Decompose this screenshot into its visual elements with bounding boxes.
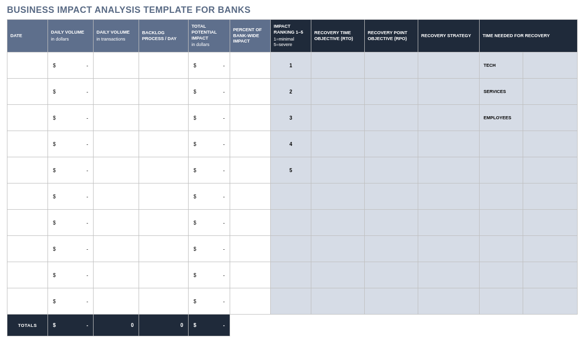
cell-total-potential-impact[interactable]: $-	[189, 157, 230, 183]
cell-percent-bankwide[interactable]	[230, 52, 271, 79]
cell-backlog[interactable]	[139, 236, 189, 262]
cell-recovery-strategy[interactable]	[418, 105, 480, 131]
cell-daily-volume-transactions[interactable]	[94, 157, 139, 183]
cell-time-needed-value[interactable]	[523, 262, 578, 288]
cell-impact-ranking[interactable]	[271, 210, 311, 236]
cell-daily-volume-dollars[interactable]: $-	[48, 183, 94, 210]
cell-daily-volume-dollars[interactable]: $-	[48, 105, 94, 131]
cell-rto[interactable]	[311, 183, 365, 210]
cell-impact-ranking[interactable]: 4	[271, 131, 311, 157]
cell-total-potential-impact[interactable]: $-	[189, 105, 230, 131]
cell-date[interactable]	[7, 210, 48, 236]
cell-recovery-strategy[interactable]	[418, 262, 480, 288]
cell-impact-ranking[interactable]	[271, 262, 311, 288]
cell-time-needed-value[interactable]	[523, 288, 578, 315]
cell-rpo[interactable]	[365, 105, 418, 131]
cell-time-needed-label[interactable]	[480, 262, 523, 288]
cell-total-potential-impact[interactable]: $-	[189, 262, 230, 288]
cell-recovery-strategy[interactable]	[418, 52, 480, 79]
cell-daily-volume-dollars[interactable]: $-	[48, 236, 94, 262]
cell-backlog[interactable]	[139, 183, 189, 210]
cell-rto[interactable]	[311, 79, 365, 105]
cell-total-potential-impact[interactable]: $-	[189, 131, 230, 157]
cell-daily-volume-transactions[interactable]	[94, 79, 139, 105]
cell-time-needed-value[interactable]	[523, 183, 578, 210]
cell-total-potential-impact[interactable]: $-	[189, 52, 230, 79]
cell-date[interactable]	[7, 183, 48, 210]
cell-time-needed-label[interactable]	[480, 183, 523, 210]
cell-time-needed-value[interactable]	[523, 52, 578, 79]
cell-rto[interactable]	[311, 131, 365, 157]
cell-rpo[interactable]	[365, 262, 418, 288]
cell-backlog[interactable]	[139, 52, 189, 79]
cell-rpo[interactable]	[365, 210, 418, 236]
cell-date[interactable]	[7, 131, 48, 157]
cell-backlog[interactable]	[139, 131, 189, 157]
cell-daily-volume-dollars[interactable]: $-	[48, 131, 94, 157]
cell-time-needed-label[interactable]	[480, 210, 523, 236]
cell-backlog[interactable]	[139, 105, 189, 131]
cell-backlog[interactable]	[139, 157, 189, 183]
cell-impact-ranking[interactable]	[271, 183, 311, 210]
cell-impact-ranking[interactable]: 3	[271, 105, 311, 131]
cell-percent-bankwide[interactable]	[230, 79, 271, 105]
cell-date[interactable]	[7, 262, 48, 288]
totals-total-potential-impact[interactable]: $-	[189, 315, 230, 336]
cell-backlog[interactable]	[139, 288, 189, 315]
cell-daily-volume-transactions[interactable]	[94, 183, 139, 210]
cell-recovery-strategy[interactable]	[418, 236, 480, 262]
cell-date[interactable]	[7, 157, 48, 183]
cell-percent-bankwide[interactable]	[230, 157, 271, 183]
cell-daily-volume-transactions[interactable]	[94, 210, 139, 236]
cell-backlog[interactable]	[139, 210, 189, 236]
cell-total-potential-impact[interactable]: $-	[189, 210, 230, 236]
cell-date[interactable]	[7, 79, 48, 105]
cell-impact-ranking[interactable]	[271, 236, 311, 262]
cell-daily-volume-transactions[interactable]	[94, 131, 139, 157]
cell-time-needed-label[interactable]	[480, 236, 523, 262]
totals-daily-volume-dollars[interactable]: $-	[48, 315, 94, 336]
cell-impact-ranking[interactable]: 1	[271, 52, 311, 79]
cell-time-needed-label[interactable]: TECH	[480, 52, 523, 79]
cell-total-potential-impact[interactable]: $-	[189, 288, 230, 315]
cell-date[interactable]	[7, 105, 48, 131]
cell-time-needed-label[interactable]	[480, 157, 523, 183]
cell-time-needed-value[interactable]	[523, 131, 578, 157]
cell-time-needed-value[interactable]	[523, 157, 578, 183]
cell-rpo[interactable]	[365, 157, 418, 183]
cell-rto[interactable]	[311, 236, 365, 262]
cell-daily-volume-transactions[interactable]	[94, 52, 139, 79]
cell-time-needed-value[interactable]	[523, 79, 578, 105]
cell-recovery-strategy[interactable]	[418, 131, 480, 157]
cell-recovery-strategy[interactable]	[418, 79, 480, 105]
cell-percent-bankwide[interactable]	[230, 262, 271, 288]
cell-rpo[interactable]	[365, 79, 418, 105]
cell-rto[interactable]	[311, 52, 365, 79]
cell-percent-bankwide[interactable]	[230, 236, 271, 262]
cell-rpo[interactable]	[365, 288, 418, 315]
cell-recovery-strategy[interactable]	[418, 157, 480, 183]
cell-rto[interactable]	[311, 210, 365, 236]
cell-daily-volume-dollars[interactable]: $-	[48, 210, 94, 236]
cell-rpo[interactable]	[365, 183, 418, 210]
cell-rpo[interactable]	[365, 52, 418, 79]
cell-rto[interactable]	[311, 105, 365, 131]
cell-daily-volume-dollars[interactable]: $-	[48, 52, 94, 79]
cell-rto[interactable]	[311, 288, 365, 315]
cell-total-potential-impact[interactable]: $-	[189, 236, 230, 262]
cell-date[interactable]	[7, 288, 48, 315]
cell-daily-volume-dollars[interactable]: $-	[48, 157, 94, 183]
cell-time-needed-label[interactable]	[480, 288, 523, 315]
cell-time-needed-value[interactable]	[523, 210, 578, 236]
cell-daily-volume-transactions[interactable]	[94, 288, 139, 315]
cell-rto[interactable]	[311, 157, 365, 183]
cell-daily-volume-dollars[interactable]: $-	[48, 79, 94, 105]
cell-percent-bankwide[interactable]	[230, 105, 271, 131]
cell-rpo[interactable]	[365, 131, 418, 157]
cell-percent-bankwide[interactable]	[230, 131, 271, 157]
cell-time-needed-label[interactable]: SERVICES	[480, 79, 523, 105]
cell-time-needed-value[interactable]	[523, 236, 578, 262]
cell-daily-volume-dollars[interactable]: $-	[48, 262, 94, 288]
cell-rto[interactable]	[311, 262, 365, 288]
cell-impact-ranking[interactable]: 5	[271, 157, 311, 183]
